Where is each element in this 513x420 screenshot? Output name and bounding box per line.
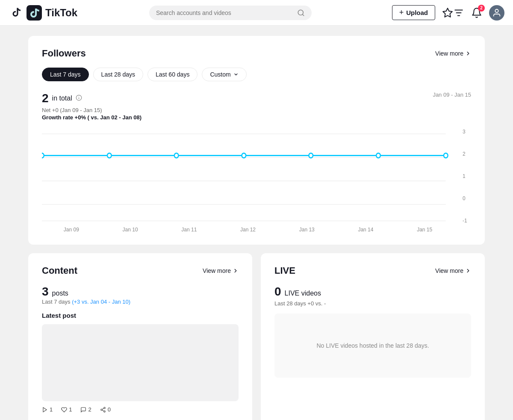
inbox-icon-button[interactable] (442, 7, 464, 18)
svg-point-17 (309, 153, 313, 158)
followers-header: Followers View more (42, 48, 471, 59)
content-view-more[interactable]: View more (203, 267, 239, 274)
svg-rect-0 (27, 5, 42, 21)
content-change: (+3 vs. Jan 04 - Jan 10) (72, 299, 130, 305)
svg-marker-20 (43, 407, 47, 412)
followers-card: Followers View more Last 7 days Last 28 … (28, 36, 485, 245)
logo-link[interactable]: TikTok (9, 5, 77, 21)
followers-stats: 2 in total Net +0 (Jan 09 - Jan 15) Grow… (42, 92, 142, 121)
svg-point-21 (103, 407, 105, 409)
content-title: Content (42, 265, 77, 276)
chevron-right-icon (465, 50, 471, 56)
y-label-1: 1 (463, 174, 471, 179)
upload-button[interactable]: + Upload (392, 5, 435, 20)
content-chevron-right-icon (233, 268, 239, 274)
live-card: LIVE View more 0 LIVE videos Last 28 day… (261, 253, 485, 420)
followers-net: Net +0 (Jan 09 - Jan 15) (42, 107, 142, 113)
filter-custom[interactable]: Custom (202, 68, 246, 81)
bottom-grid: Content View more 3 posts Last 7 days (+… (28, 253, 485, 420)
svg-point-18 (376, 153, 380, 158)
live-period: Last 28 days +0 vs. - (274, 300, 471, 307)
live-empty-message: No LIVE videos hosted in the last 28 day… (316, 342, 429, 349)
content-card: Content View more 3 posts Last 7 days (+… (28, 253, 252, 420)
svg-point-4 (495, 9, 498, 12)
svg-point-15 (174, 153, 179, 158)
profile-avatar-button[interactable] (489, 5, 504, 21)
svg-point-23 (103, 411, 105, 412)
share-action: 0 (100, 406, 111, 413)
search-bar (149, 6, 312, 20)
share-count: 0 (108, 406, 111, 413)
share-icon (100, 407, 106, 413)
tiktok-brand-icon (27, 5, 42, 21)
y-label-neg1: -1 (463, 218, 471, 223)
svg-marker-3 (443, 8, 452, 17)
followers-view-more[interactable]: View more (435, 50, 471, 57)
followers-total-number: 2 (42, 92, 49, 105)
live-chevron-right-icon (465, 268, 471, 274)
comment-count: 2 (88, 406, 91, 413)
y-label-2: 2 (463, 151, 471, 157)
followers-chart (42, 129, 458, 223)
y-label-0: 0 (463, 196, 471, 201)
header: TikTok + Upload 2 (0, 0, 513, 26)
info-icon (76, 95, 82, 103)
x-label-jan14: Jan 14 (336, 227, 395, 233)
tiktok-logo-icon (9, 6, 23, 20)
followers-growth: Growth rate +0% ( vs. Jan 02 - Jan 08) (42, 114, 142, 121)
live-title: LIVE (274, 265, 295, 276)
followers-title: Followers (42, 48, 86, 59)
chevron-down-icon (233, 72, 239, 77)
avatar (489, 5, 504, 21)
play-action: 1 (42, 406, 53, 413)
notification-badge: 2 (478, 5, 485, 12)
content-stats: 3 posts Last 7 days (+3 vs. Jan 04 - Jan… (42, 285, 239, 305)
filter-icon (453, 7, 464, 18)
posts-label: posts (52, 290, 68, 297)
content-period: Last 7 days (+3 vs. Jan 04 - Jan 10) (42, 299, 239, 305)
svg-line-24 (102, 410, 104, 411)
content-header: Content View more (42, 265, 239, 276)
play-count: 1 (50, 406, 53, 413)
notifications-icon-button[interactable]: 2 (471, 7, 482, 18)
filter-last28[interactable]: Last 28 days (93, 68, 143, 81)
followers-total-suffix: in total (52, 95, 72, 102)
x-label-jan09: Jan 09 (42, 227, 101, 233)
followers-date-range: Jan 09 - Jan 15 (433, 92, 471, 98)
filter-last7[interactable]: Last 7 days (42, 68, 89, 81)
x-label-jan11: Jan 11 (159, 227, 218, 233)
x-label-jan10: Jan 10 (101, 227, 160, 233)
live-count: 0 (274, 285, 281, 299)
search-input[interactable] (156, 9, 294, 16)
upload-plus-icon: + (399, 8, 404, 17)
comment-icon (80, 407, 86, 413)
time-filters: Last 7 days Last 28 days Last 60 days Cu… (42, 68, 471, 81)
post-actions: 1 1 2 0 (42, 406, 239, 413)
live-view-more[interactable]: View more (435, 267, 471, 274)
main-content: Followers View more Last 7 days Last 28 … (21, 26, 492, 420)
like-count: 1 (69, 406, 72, 413)
svg-point-22 (100, 409, 102, 411)
live-empty-state: No LIVE videos hosted in the last 28 day… (274, 314, 471, 378)
svg-point-13 (42, 153, 44, 158)
live-header: LIVE View more (274, 265, 471, 276)
live-count-label: LIVE videos (285, 290, 321, 297)
post-thumbnail (42, 324, 239, 401)
svg-line-25 (102, 408, 104, 409)
heart-icon (61, 407, 67, 413)
x-label-jan13: Jan 13 (277, 227, 336, 233)
logo-text: TikTok (45, 7, 77, 19)
svg-line-2 (302, 14, 304, 15)
like-action: 1 (61, 406, 72, 413)
svg-point-14 (107, 153, 112, 158)
posts-count: 3 (42, 285, 49, 299)
svg-point-19 (444, 153, 448, 158)
latest-post-label: Latest post (42, 312, 239, 319)
header-actions: + Upload 2 (392, 5, 504, 21)
play-icon (42, 407, 48, 413)
comment-action: 2 (80, 406, 91, 413)
svg-point-16 (242, 153, 246, 158)
inbox-icon (442, 7, 453, 18)
x-label-jan15: Jan 15 (395, 227, 454, 233)
filter-last60[interactable]: Last 60 days (147, 68, 198, 81)
